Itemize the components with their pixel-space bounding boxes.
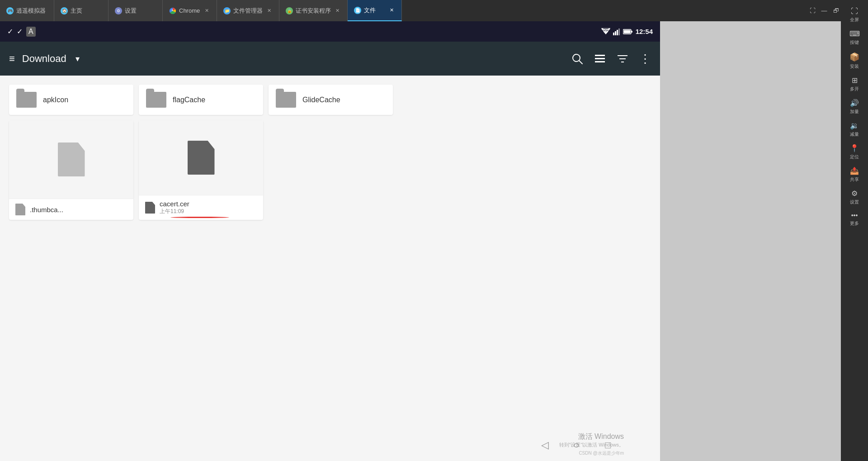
share-icon: 📤 [850,166,859,175]
status-bar-right: 12:54 [601,28,653,35]
install-icon: 📦 [849,52,859,62]
tab-label-emulator: 逍遥模拟器 [16,7,46,15]
svg-rect-6 [615,31,616,35]
tab-home[interactable]: 🏠 主页 [54,0,108,21]
sidebar-label-settings: 设置 [850,199,859,205]
dropdown-icon[interactable]: ▾ [75,54,80,64]
folder-name-glidecache: GlideCache [302,96,340,104]
sidebar-label-share: 共享 [850,176,859,183]
nav-recents-icon[interactable]: □ [601,438,615,452]
sidebar-label-install: 安装 [850,63,859,70]
folder-apkicon[interactable]: apkIcon [9,85,133,115]
file-thumbca[interactable]: .thumbca... [9,120,133,220]
win-maximize-btn[interactable]: ⛶ [808,7,816,15]
tab-close-files[interactable]: ✕ [388,7,395,14]
check-icon-2: ✓ [17,27,23,36]
file-cacert[interactable]: cacert.cer 上午11:09 [139,120,263,220]
sidebar-btn-fullscreen[interactable]: ⛶ 全屏 [843,5,866,26]
sidebar-label-keyboard: 按键 [850,39,859,46]
sidebar-label-fullscreen: 全屏 [850,17,859,23]
sidebar-label-volume-up: 加量 [850,109,859,115]
sidebar-label-multiopen: 多开 [850,86,859,92]
tab-label-chrome: Chrome [179,7,200,14]
folder-icon-flagcache [146,92,166,108]
tab-close-cert[interactable]: ✕ [334,7,341,14]
emulator-area: ✓ ✓ A 12:54 [0,21,660,461]
sidebar-btn-more[interactable]: ••• 更多 [843,209,866,229]
file-cacert-small-icon [145,202,155,214]
tab-label-home: 主页 [71,7,82,15]
sidebar-btn-install[interactable]: 📦 安装 [843,49,866,72]
toolbar-title: Download [22,53,66,65]
wifi-icon [601,28,610,35]
sidebar-btn-location[interactable]: 📍 定位 [843,141,866,163]
folder-name-flagcache: flagCache [173,96,205,104]
more-options-icon[interactable]: ⋮ [639,53,651,65]
android-nav-bar: ◁ ○ □ [538,438,615,452]
tab-close-filemanager[interactable]: ✕ [265,7,273,14]
folder-name-apkicon: apkIcon [43,96,68,104]
check-icon-1: ✓ [7,27,13,36]
svg-rect-7 [617,30,618,35]
tab-cert[interactable]: 🔒 证书安装程序 ✕ [279,0,348,21]
multiopen-icon: ⊞ [852,76,858,85]
win-minimize-btn[interactable]: — [820,7,828,15]
emulator-tab-icon: 🎮 [6,7,14,14]
folder-icon-glidecache [276,92,296,108]
hamburger-menu-icon[interactable]: ≡ [9,53,15,65]
svg-rect-14 [595,55,605,56]
cert-tab-icon: 🔒 [286,7,293,14]
sidebar-btn-keyboard[interactable]: ⌨ 按键 [843,27,866,48]
battery-icon [623,29,633,34]
sidebar-btn-share[interactable]: 📤 共享 [843,164,866,185]
filemanager-tab-icon: 📁 [223,7,231,14]
chrome-tab-icon [169,7,176,14]
tab-filemanager[interactable]: 📁 文件管理器 ✕ [217,0,279,21]
folder-glidecache[interactable]: GlideCache [269,85,393,115]
svg-rect-11 [623,30,630,33]
tab-label-settings: 设置 [125,7,137,15]
nav-back-icon[interactable]: ◁ [538,438,552,452]
tab-label-filemanager: 文件管理器 [233,7,263,15]
sidebar-btn-multiopen[interactable]: ⊞ 多开 [843,73,866,95]
volume-down-icon: 🔉 [850,121,859,130]
location-icon: 📍 [850,144,859,152]
file-thumbca-preview [9,120,133,199]
sidebar-label-location: 定位 [850,154,859,160]
file-cacert-time: 上午11:09 [160,208,257,215]
win-restore-btn[interactable]: 🗗 [832,7,840,15]
sidebar-btn-volume-down[interactable]: 🔉 减量 [843,119,866,140]
file-grid: apkIcon flagCache GlideCache . [9,85,651,220]
sidebar-btn-volume-up[interactable]: 🔊 加量 [843,96,866,118]
tab-files[interactable]: 📄 文件 ✕ [348,0,402,21]
home-tab-icon: 🏠 [61,7,68,14]
search-icon[interactable] [571,53,583,65]
sidebar-label-volume-down: 减量 [850,131,859,138]
svg-rect-8 [618,29,620,35]
tab-emulator[interactable]: 🎮 逍遥模拟器 [0,0,54,21]
tab-close-chrome[interactable]: ✕ [203,7,210,14]
file-cacert-bottom: cacert.cer 上午11:09 [139,195,263,220]
svg-line-13 [579,61,582,64]
file-cacert-icon [188,141,215,175]
keyboard-icon: ⌨ [849,29,860,38]
svg-rect-16 [595,61,605,62]
tab-settings[interactable]: ⚙ 设置 [108,0,163,21]
files-tab-icon: 📄 [354,7,361,14]
status-bar-left: ✓ ✓ A [7,27,36,37]
list-view-icon[interactable] [594,53,606,65]
sidebar-label-more: 更多 [850,220,859,227]
app-toolbar: ≡ Download ▾ ⋮ [0,42,660,76]
settings-icon: ⚙ [851,189,858,198]
sidebar-btn-settings[interactable]: ⚙ 设置 [843,186,866,208]
folder-flagcache[interactable]: flagCache [139,85,263,115]
filter-icon[interactable] [617,53,628,65]
file-thumbca-icon [58,143,85,176]
tab-chrome[interactable]: Chrome ✕ [163,0,217,21]
nav-home-icon[interactable]: ○ [570,438,583,452]
file-thumbca-bottom: .thumbca... [9,199,133,220]
folder-icon-apkicon [16,92,37,108]
time-display: 12:54 [636,28,653,35]
file-thumbca-name: .thumbca... [30,206,127,214]
file-cacert-info: cacert.cer 上午11:09 [160,200,257,215]
